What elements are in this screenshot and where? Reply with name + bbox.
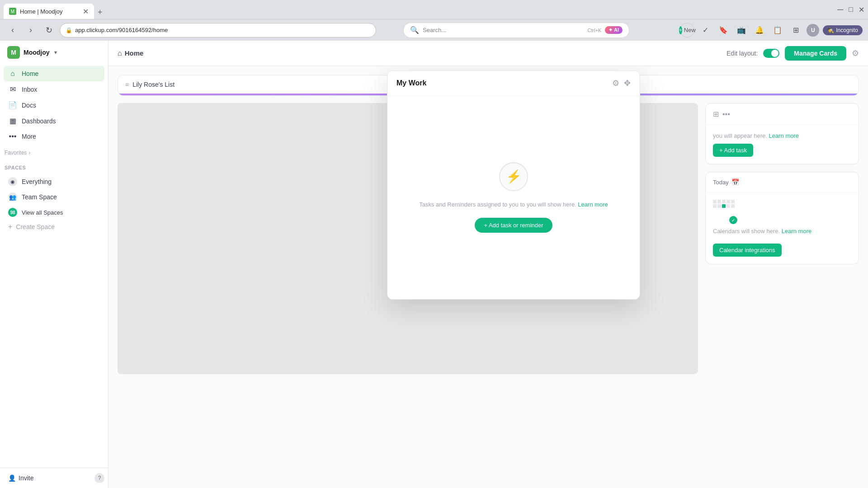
toolbar-new-button[interactable]: + New [680,23,694,38]
toolbar-right: + New ✓ 🔖 📺 🔔 📋 ⊞ U 🕵 Incognito [680,23,863,38]
sidebar-item-docs[interactable]: 📄 Docs [4,97,104,113]
list-title: Lily Rose's List [132,81,175,88]
active-tab[interactable]: M Home | Moodjoy ✕ [4,4,94,19]
spaces-item-everything[interactable]: ◉ Everything [4,174,104,189]
calendar-card-header: Today 📅 [706,172,859,192]
spaces-item-view-all[interactable]: 98 View all Spaces [4,205,104,220]
sidebar-item-dashboards-label: Dashboards [22,117,56,125]
docs-icon: 📄 [8,101,17,109]
tab-favicon: M [9,8,16,15]
workspace-name: Moodjoy [24,49,50,56]
my-work-move-icon[interactable]: ✥ [624,78,631,88]
app-layout: M Moodjoy ▾ ⌂ Home ✉ Inbox 📄 Docs ▦ Dash… [0,41,868,488]
close-window-button[interactable]: ✕ [859,5,864,14]
calendar-empty-text: Calendars will show here. Learn more [713,228,851,235]
learn-more-link-my-work[interactable]: Learn more [578,201,608,208]
tab-title: Home | Moodjoy [20,8,62,15]
view-all-icon: 98 [8,208,17,217]
right-card-header-actions: ⊞ ••• [713,110,730,118]
address-bar[interactable]: 🔒 app.clickup.com/9016164592/home [60,23,376,38]
incognito-button[interactable]: 🕵 Incognito [823,25,863,35]
apps-icon-btn[interactable]: ⊞ [788,23,803,38]
invite-button[interactable]: 👤 Invite [4,472,38,484]
edit-layout-label: Edit layout: [726,50,758,57]
browser-toolbar: ‹ › ↻ 🔒 app.clickup.com/9016164592/home … [0,19,868,41]
calendar-visual: ✓ [713,200,851,222]
calendar-integrations-button[interactable]: Calendar integrations [713,244,782,257]
favorites-chevron-icon: › [28,150,30,156]
my-work-settings-icon[interactable]: ⚙ [612,78,619,88]
reader-icon-btn[interactable]: 📋 [770,23,785,38]
manage-cards-button[interactable]: Manage Cards [785,46,846,61]
breadcrumb-home-icon: ⌂ [118,49,122,57]
back-button[interactable]: ‹ [5,23,20,38]
help-icon[interactable]: ? [94,473,104,483]
favorites-header[interactable]: Favorites › [0,146,108,160]
sidebar-item-home[interactable]: ⌂ Home [4,66,104,81]
check-badge: ✓ [729,216,737,224]
my-work-body: ⚡ Tasks and Reminders assigned to you to… [387,96,640,299]
sidebar-item-dashboards[interactable]: ▦ Dashboards [4,113,104,129]
my-work-title: My Work [396,79,426,87]
ai-badge[interactable]: ✦ AI [605,26,623,34]
browser-search-bar[interactable]: 🔍 Search... Ctrl+K ✦ AI [403,23,629,38]
incognito-label: Incognito [836,27,858,33]
everything-icon: ◉ [8,177,17,186]
alarm-icon-btn[interactable]: 🔔 [752,23,767,38]
list-icon: ≡ [125,81,129,88]
bookmarks-icon-btn[interactable]: 🔖 [716,23,731,38]
reload-button[interactable]: ↻ [42,23,56,38]
lock-icon: 🔒 [66,27,72,33]
spaces-view-all-label: View all Spaces [22,209,63,216]
check-icon-btn[interactable]: ✓ [698,23,712,38]
appear-text: you will appear here. Learn more [713,132,851,139]
invite-label: Invite [19,474,33,482]
minimize-button[interactable]: ─ [838,5,844,14]
search-icon: 🔍 [410,26,419,34]
spaces-team-label: Team Space [22,193,57,201]
create-space-item[interactable]: + Create Space [4,220,104,234]
edit-layout-toggle[interactable] [763,49,779,58]
add-task-button[interactable]: + Add task [713,144,753,157]
workspace-header[interactable]: M Moodjoy ▾ [0,41,108,64]
add-task-card: ⊞ ••• you will appear here. Learn more +… [705,103,859,164]
sidebar-item-more[interactable]: ••• More [4,129,104,144]
grid-view-icon[interactable]: ⊞ [713,110,719,118]
learn-more-link-2[interactable]: Learn more [782,228,811,235]
header-settings-icon[interactable]: ⚙ [852,48,859,58]
sidebar-item-inbox[interactable]: ✉ Inbox [4,81,104,97]
add-task-reminder-button[interactable]: + Add task or reminder [475,218,552,233]
spaces-item-team[interactable]: 👥 Team Space [4,189,104,205]
empty-state-icon: ⚡ [499,162,528,191]
learn-more-link-1[interactable]: Learn more [769,132,799,139]
sidebar-item-more-label: More [22,133,36,140]
spaces-everything-label: Everything [22,178,52,185]
cast-icon-btn[interactable]: 📺 [734,23,749,38]
search-shortcut: Ctrl+K [588,28,602,33]
new-tab-button[interactable]: + [94,6,106,19]
plus-icon: + [679,26,682,34]
page-title: Home [125,49,144,57]
inbox-icon: ✉ [8,85,17,94]
calendar-card-body: ✓ Calendars will show here. Learn more C… [706,192,859,264]
maximize-button[interactable]: □ [849,5,853,14]
calendar-grid-icon [713,200,736,208]
tab-close-button[interactable]: ✕ [83,7,89,16]
url-text: app.clickup.com/9016164592/home [75,27,168,33]
browser-tabs: M Home | Moodjoy ✕ + [4,0,106,19]
three-dots-menu[interactable]: ••• [722,110,730,118]
forward-button[interactable]: › [24,23,38,38]
sidebar-item-home-label: Home [22,70,38,77]
today-header: Today 📅 [713,178,739,186]
plus-icon-create: + [8,223,12,231]
more-icon: ••• [8,132,17,141]
add-task-card-header: ⊞ ••• [706,103,859,125]
breadcrumb: ⌂ Home [118,49,143,57]
sidebar-item-inbox-label: Inbox [22,86,37,93]
main-area: ⌂ Home Edit layout: Manage Cards ⚙ ≡ Lil… [108,41,868,488]
my-work-header-icons: ⚙ ✥ [612,78,631,88]
team-icon: 👥 [8,192,17,202]
profile-icon-btn[interactable]: U [807,24,819,37]
workspace-icon: M [7,46,20,59]
calendar-header-icon: 📅 [731,178,739,186]
